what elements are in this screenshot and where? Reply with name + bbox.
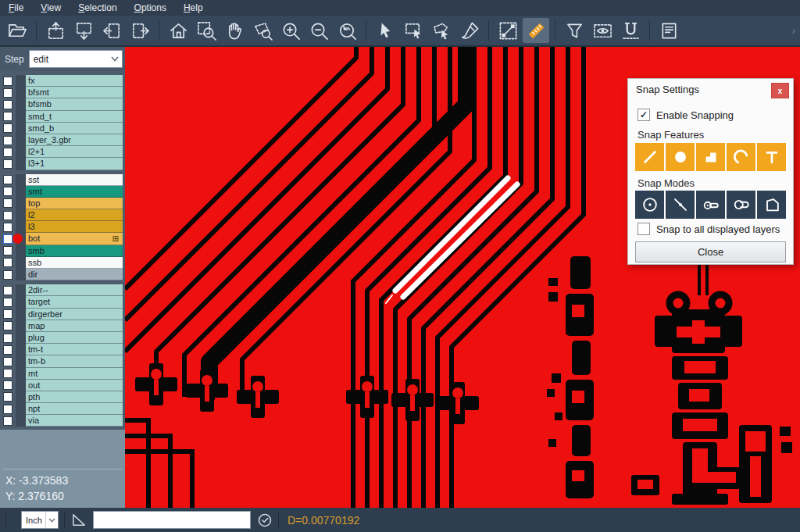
layer-visibility-checkbox[interactable] xyxy=(3,309,12,319)
select-rect-button[interactable] xyxy=(400,18,427,43)
layer-visibility-checkbox[interactable] xyxy=(3,136,12,145)
layer-visibility-checkbox[interactable] xyxy=(3,321,12,330)
layer-name[interactable]: l2+1 xyxy=(26,146,123,158)
layer-row-top[interactable]: top xyxy=(0,198,125,209)
snap-surface-button[interactable] xyxy=(696,143,725,171)
layer-name[interactable]: l3 xyxy=(26,221,123,233)
shift-up-button[interactable] xyxy=(42,18,69,43)
filter-button[interactable] xyxy=(561,18,588,43)
layer-row-l2+1[interactable]: l2+1 xyxy=(0,146,125,158)
layer-name[interactable]: tm-t xyxy=(26,344,123,355)
layer-visibility-checkbox[interactable] xyxy=(3,77,12,86)
layer-visibility-checkbox[interactable] xyxy=(3,258,12,267)
report-button[interactable] xyxy=(655,18,682,43)
unit-select[interactable]: Inch xyxy=(21,511,59,529)
command-input[interactable] xyxy=(93,511,251,529)
layer-name[interactable]: mt xyxy=(26,368,123,380)
layer-visibility-checkbox[interactable] xyxy=(3,286,12,295)
layer-visibility-checkbox[interactable] xyxy=(3,148,12,157)
layer-row-bfsmb[interactable]: bfsmb xyxy=(0,98,125,110)
layer-name[interactable]: via xyxy=(26,415,123,427)
layer-row-plug[interactable]: plug xyxy=(0,332,125,344)
shift-down-button[interactable] xyxy=(70,18,97,43)
chevron-down-icon[interactable] xyxy=(45,512,58,528)
chevron-down-icon[interactable] xyxy=(108,51,122,67)
layer-name[interactable]: tm-b xyxy=(26,355,123,367)
layer-row-tm-t[interactable]: tm-t xyxy=(0,344,125,355)
layer-name[interactable]: dirgerber xyxy=(26,309,123,320)
layer-name[interactable]: plug xyxy=(26,332,123,344)
snap-arc-button[interactable] xyxy=(727,143,755,171)
layer-row-smd_b[interactable]: smd_b xyxy=(0,123,125,134)
layer-name[interactable]: l3+1 xyxy=(26,158,123,170)
layer-visibility-checkbox[interactable] xyxy=(3,123,12,133)
angle-icon[interactable] xyxy=(70,512,87,528)
layer-visibility-checkbox[interactable] xyxy=(3,416,12,426)
layer-name[interactable]: npt xyxy=(26,403,123,415)
layer-name[interactable]: sst xyxy=(26,174,123,186)
layer-visibility-checkbox[interactable] xyxy=(3,270,12,280)
dialog-close-button[interactable]: x xyxy=(771,83,789,98)
toolbar-overflow-chevron-icon[interactable]: › xyxy=(792,25,795,37)
select-polygon-button[interactable] xyxy=(428,18,455,43)
layer-name[interactable]: bot⊞ xyxy=(26,233,123,245)
shift-left-button[interactable] xyxy=(98,18,125,43)
layer-row-l2[interactable]: l2 xyxy=(0,209,125,221)
clean-brush-button[interactable] xyxy=(456,18,483,43)
layer-name[interactable]: target xyxy=(26,296,123,308)
layer-row-ssb[interactable]: ssb xyxy=(0,257,125,269)
layer-name[interactable]: smb xyxy=(26,245,123,257)
menu-help[interactable]: Help xyxy=(175,0,212,16)
shift-right-button[interactable] xyxy=(127,18,153,43)
snap-pad-button[interactable] xyxy=(666,143,695,171)
layer-name[interactable]: bfsmb xyxy=(26,98,123,110)
snap-magnet-button[interactable] xyxy=(617,18,644,43)
layer-visibility-checkbox[interactable] xyxy=(3,405,12,414)
layer-row-dirgerber[interactable]: dirgerber xyxy=(0,309,125,320)
layer-visibility-checkbox[interactable] xyxy=(3,298,12,307)
layer-visibility-checkbox[interactable] xyxy=(3,211,12,220)
layer-row-layer_3.gbr[interactable]: layer_3.gbr xyxy=(0,134,125,146)
layer-visibility-checkbox[interactable] xyxy=(3,100,12,109)
layer-visibility-checkbox[interactable] xyxy=(3,159,12,169)
layer-name[interactable]: l2 xyxy=(26,209,123,221)
layer-visibility-checkbox[interactable] xyxy=(3,380,12,390)
layer-row-l3+1[interactable]: l3+1 xyxy=(0,158,125,170)
layer-name[interactable]: map xyxy=(26,320,123,332)
layer-visibility-checkbox[interactable] xyxy=(3,187,12,196)
layer-name[interactable]: bfsmt xyxy=(26,87,123,98)
layer-row-l3[interactable]: l3 xyxy=(0,221,125,233)
layer-row-smb[interactable]: smb xyxy=(0,245,125,257)
menu-file[interactable]: File xyxy=(0,0,32,16)
layer-name[interactable]: top xyxy=(26,198,123,209)
home-button[interactable] xyxy=(165,18,191,43)
snap-center-button[interactable] xyxy=(635,191,664,219)
enable-snapping-checkbox[interactable]: ✓ xyxy=(638,109,650,121)
layer-row-smd_t[interactable]: smd_t xyxy=(0,111,125,123)
layer-row-smt[interactable]: smt xyxy=(0,186,125,198)
layer-visibility-checkbox[interactable] xyxy=(3,198,12,208)
menu-selection[interactable]: Selection xyxy=(70,0,125,16)
step-select[interactable]: edit xyxy=(29,50,123,68)
zoom-out-button[interactable] xyxy=(305,18,332,43)
open-folder-button[interactable] xyxy=(4,18,30,43)
snap-slot-button[interactable] xyxy=(727,191,755,219)
snap-slot-key-button[interactable] xyxy=(696,191,725,219)
layer-row-npt[interactable]: npt xyxy=(0,403,125,415)
zoom-in-button[interactable] xyxy=(277,18,304,43)
zoom-polygon-button[interactable] xyxy=(249,18,276,43)
layer-row-mt[interactable]: mt xyxy=(0,368,125,380)
layer-visibility-checkbox[interactable] xyxy=(3,88,12,98)
layer-row-2dir--[interactable]: 2dir-- xyxy=(0,284,125,296)
confirm-circle-icon[interactable] xyxy=(257,512,273,528)
pan-hand-button[interactable] xyxy=(221,18,248,43)
snap-outline-button[interactable] xyxy=(757,191,786,219)
layer-name[interactable]: fx xyxy=(26,75,123,87)
layer-name[interactable]: smt xyxy=(26,186,123,198)
all-layers-checkbox[interactable] xyxy=(638,223,650,235)
layer-visibility-checkbox[interactable] xyxy=(3,345,12,355)
layer-row-out[interactable]: out xyxy=(0,380,125,391)
layer-row-target[interactable]: target xyxy=(0,296,125,308)
layer-row-via[interactable]: via xyxy=(0,415,125,427)
snap-text-button[interactable] xyxy=(757,143,786,171)
